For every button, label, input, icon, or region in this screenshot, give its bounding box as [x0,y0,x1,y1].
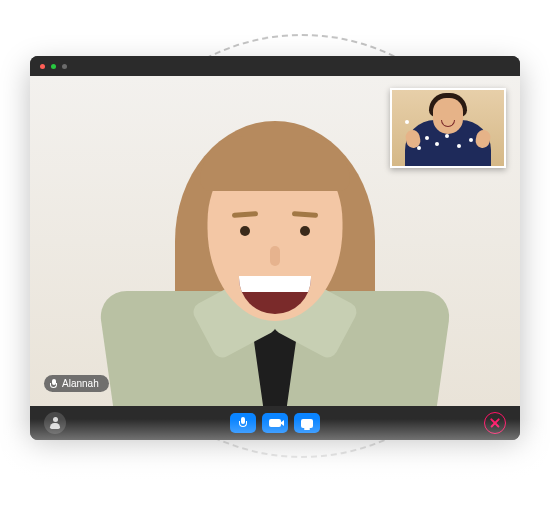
participant-name-label: Alannah [62,378,99,389]
participant-name-badge: Alannah [44,375,109,392]
remote-participant-video [115,86,435,406]
traffic-light-minimize-icon[interactable] [51,64,56,69]
main-video-area: Alannah [30,76,520,406]
person-icon [50,417,60,429]
video-call-window: Alannah [30,56,520,440]
camera-button[interactable] [262,413,288,433]
window-titlebar [30,56,520,76]
mic-icon [50,379,57,389]
camera-icon [269,419,281,427]
traffic-light-close-icon[interactable] [40,64,45,69]
close-icon [490,418,500,428]
self-view-thumbnail[interactable] [390,88,506,168]
mute-button[interactable] [230,413,256,433]
mic-icon [239,417,247,429]
center-controls [230,413,320,433]
end-call-button[interactable] [484,412,506,434]
participants-button[interactable] [44,412,66,434]
share-screen-button[interactable] [294,413,320,433]
traffic-light-zoom-icon[interactable] [62,64,67,69]
screen-share-icon [301,419,313,428]
call-controls-bar [30,406,520,440]
